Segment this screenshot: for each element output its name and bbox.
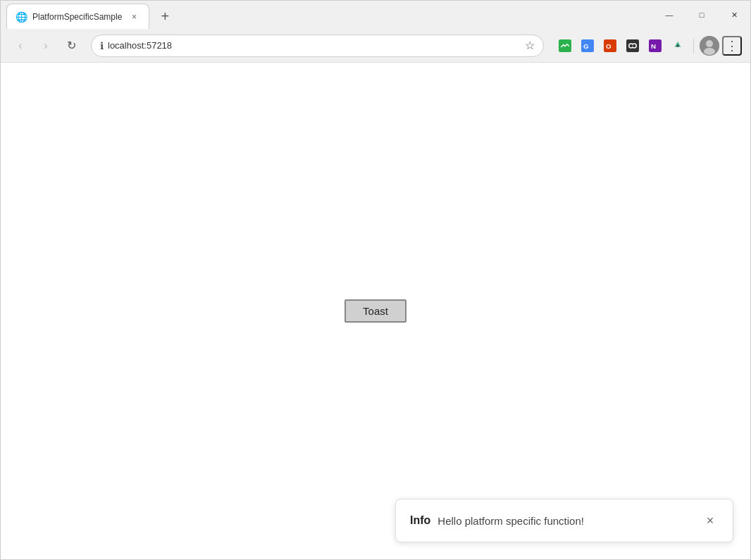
svg-text:G: G <box>583 42 589 49</box>
toolbar-divider <box>693 39 694 53</box>
toast-close-button[interactable]: × <box>702 512 719 529</box>
close-button[interactable]: ✕ <box>718 1 750 29</box>
tab-close-button[interactable]: × <box>128 11 140 23</box>
profile-icon[interactable] <box>700 36 719 56</box>
tab-favicon: 🌐 <box>15 11 27 23</box>
bookmark-icon[interactable]: ☆ <box>525 39 535 52</box>
reload-button[interactable]: ↻ <box>60 35 82 57</box>
ext-vuejs-icon[interactable] <box>668 36 688 56</box>
tab-bar: 🌐 PlatformSpecificSample × + <box>6 1 178 29</box>
more-options-button[interactable]: ⋮ <box>722 36 742 56</box>
title-bar: 🌐 PlatformSpecificSample × + — □ ✕ <box>1 1 750 29</box>
forward-button[interactable]: › <box>35 35 57 57</box>
svg-text:O: O <box>606 42 612 49</box>
svg-point-13 <box>706 40 713 47</box>
svg-point-14 <box>704 48 715 55</box>
new-tab-button[interactable]: + <box>152 4 178 29</box>
tab-title: PlatformSpecificSample <box>32 12 122 22</box>
ext-office-icon[interactable]: O <box>600 36 620 56</box>
minimize-button[interactable]: — <box>653 1 685 29</box>
browser-window: 🌐 PlatformSpecificSample × + — □ ✕ ‹ › ↻… <box>0 0 751 560</box>
toolbar: ‹ › ↻ ℹ ☆ G <box>1 29 750 63</box>
svg-point-8 <box>630 44 633 47</box>
address-input[interactable] <box>108 40 521 51</box>
address-info-icon: ℹ <box>100 40 104 51</box>
toast-button[interactable]: Toast <box>345 299 406 323</box>
svg-point-9 <box>633 44 636 47</box>
ext-feedly-icon[interactable] <box>555 36 575 56</box>
toast-info-label: Info <box>410 514 430 527</box>
toast-notification: Info Hello platform specific function! × <box>395 499 733 542</box>
page-content: Toast Info Hello platform specific funct… <box>1 63 750 559</box>
toast-message: Hello platform specific function! <box>437 515 695 527</box>
svg-text:N: N <box>651 42 656 49</box>
maximize-button[interactable]: □ <box>685 1 718 29</box>
ext-translate-icon[interactable]: G <box>578 36 597 56</box>
toolbar-extensions: G O N <box>555 36 688 56</box>
active-tab[interactable]: 🌐 PlatformSpecificSample × <box>6 4 149 29</box>
window-controls: — □ ✕ <box>653 1 750 29</box>
ext-onenote-icon[interactable]: N <box>645 36 665 56</box>
back-button[interactable]: ‹ <box>9 35 32 57</box>
address-bar-container[interactable]: ℹ ☆ <box>91 35 544 57</box>
ext-tampermonkey-icon[interactable] <box>623 36 643 56</box>
